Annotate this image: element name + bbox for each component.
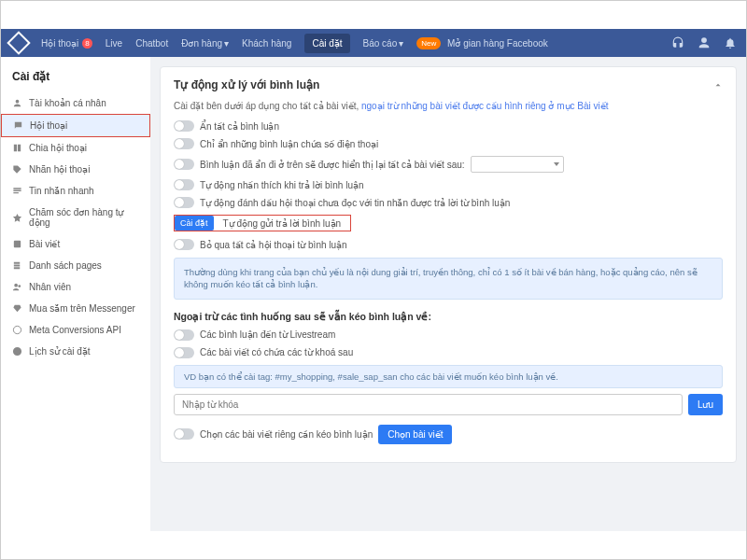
sidebar-item-labels[interactable]: Nhãn hội thoại <box>1 159 150 180</box>
chevron-up-icon[interactable] <box>713 80 723 90</box>
bell-icon[interactable] <box>724 36 737 49</box>
sidebar-item-quickmsg[interactable]: Tin nhắn nhanh <box>1 180 150 202</box>
nav-baocao[interactable]: Báo cáo ▾ <box>363 38 404 49</box>
sidebar-item-meta[interactable]: Meta Conversions API <box>1 319 150 341</box>
reshow-select[interactable] <box>471 156 564 173</box>
sidebar-item-history[interactable]: Lịch sử cài đặt <box>1 341 150 362</box>
toggle-skip-all[interactable] <box>174 239 194 250</box>
toggle-keywords[interactable] <box>174 347 194 358</box>
sidebar-item-conversation[interactable]: Hội thoại <box>1 114 150 137</box>
nav-hoithoai[interactable]: Hội thoại8 <box>41 38 92 49</box>
choose-posts-button[interactable]: Chọn bài viết <box>378 425 452 444</box>
sidebar-title: Cài đặt <box>1 66 150 92</box>
toggle-reshow[interactable] <box>174 159 194 170</box>
save-button[interactable]: Lưu <box>688 394 723 415</box>
sidebar-item-split[interactable]: Chia hội thoại <box>1 137 150 159</box>
svg-point-3 <box>18 285 21 287</box>
panel-desc: Cài đặt bên dưới áp dụng cho tất cả bài … <box>174 101 723 111</box>
nav-chatbot[interactable]: Chatbot <box>135 38 168 49</box>
svg-point-2 <box>14 284 18 287</box>
top-navbar: Hội thoại8 Live Chatbot Đơn hàng ▾ Khách… <box>1 29 746 57</box>
info-note: Thường dùng khi trang của bạn chủ yếu là… <box>174 258 723 300</box>
toggle-mark-unread[interactable] <box>174 197 194 208</box>
nav-caidat[interactable]: Cài đặt <box>304 34 349 53</box>
toggle-auto-like[interactable] <box>174 179 194 190</box>
sidebar-item-staff[interactable]: Nhân viên <box>1 276 150 298</box>
sidebar-item-account[interactable]: Tài khoản cá nhân <box>1 92 150 114</box>
sidebar-item-posts[interactable]: Bài viết <box>1 233 150 255</box>
nav-live[interactable]: Live <box>106 38 122 49</box>
nav-badge: 8 <box>82 38 92 49</box>
nav-donhang[interactable]: Đơn hàng ▾ <box>181 38 229 49</box>
posts-link[interactable]: Bài viết <box>577 101 608 111</box>
auto-comment-panel: Tự động xử lý với bình luận Cài đặt bên … <box>160 66 737 463</box>
toggle-select-posts[interactable] <box>174 428 194 440</box>
nav-promo[interactable]: New Mở gian hàng Facebook <box>416 37 548 49</box>
auto-reply-row: Cài đặt Tự động gửi trả lời bình luận <box>174 215 351 231</box>
nav-khachhang[interactable]: Khách hàng <box>242 38 291 49</box>
sidebar-item-pages[interactable]: Danh sách pages <box>1 255 150 276</box>
toggle-hide-phone[interactable] <box>174 138 194 149</box>
keyword-input[interactable] <box>174 394 683 415</box>
auto-reply-config-button[interactable]: Cài đặt <box>175 216 214 231</box>
toggle-hide-all[interactable] <box>174 120 194 132</box>
keyword-hint: VD bạn có thể cài tag: #my_shopping, #sa… <box>174 365 723 388</box>
sidebar-item-ordercare[interactable]: Chăm sóc đơn hàng tự động <box>1 202 150 233</box>
panel-title: Tự động xử lý với bình luận <box>174 78 319 91</box>
app-logo <box>7 31 30 54</box>
sidebar-item-messenger[interactable]: Mua sắm trên Messenger <box>1 298 150 319</box>
svg-rect-1 <box>14 241 21 247</box>
settings-sidebar: Cài đặt Tài khoản cá nhân Hội thoại Chia… <box>1 57 150 531</box>
svg-point-4 <box>13 326 21 333</box>
except-heading: Ngoại trừ các tình huống sau sẽ vẫn kéo … <box>174 311 723 322</box>
toggle-livestream[interactable] <box>174 329 194 341</box>
new-pill: New <box>416 37 441 49</box>
user-icon[interactable] <box>698 36 711 49</box>
svg-point-0 <box>16 100 20 104</box>
headset-icon[interactable] <box>671 36 684 49</box>
